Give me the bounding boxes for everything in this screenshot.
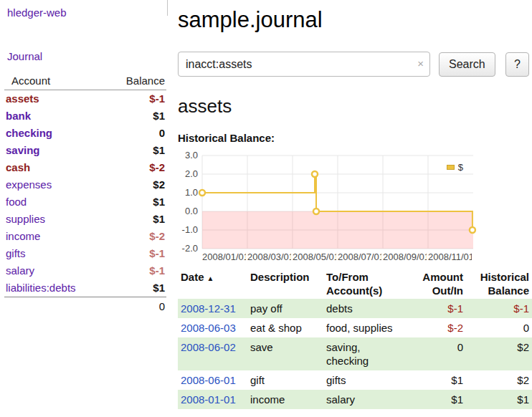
register-header-account: To/From Account(s) bbox=[323, 269, 404, 299]
x-axis-tick-label: 2008/07/01 bbox=[338, 251, 381, 262]
register-date-link[interactable]: 2008-06-03 bbox=[181, 322, 236, 334]
search-input[interactable] bbox=[178, 52, 430, 77]
account-row: liabilities:debts $1 bbox=[4, 279, 166, 297]
historical-balance-chart: 3.02.01.00.0-1.0-2.0 $ 2008/01/012008/03… bbox=[178, 151, 475, 264]
y-axis-tick-label: -2.0 bbox=[178, 244, 198, 254]
sidebar-item-food[interactable]: food bbox=[6, 196, 27, 208]
chart-plot-area: $ bbox=[202, 155, 473, 249]
chart-title: Historical Balance: bbox=[178, 132, 532, 144]
legend-label: $ bbox=[458, 162, 463, 173]
register-account: salary bbox=[323, 390, 404, 409]
accounts-total-row: 0 bbox=[4, 297, 166, 317]
sidebar-item-expenses[interactable]: expenses bbox=[6, 178, 52, 191]
register-amount: $1 bbox=[404, 370, 466, 390]
account-balance: $1 bbox=[103, 142, 166, 159]
register-balance: $2 bbox=[466, 337, 532, 370]
x-axis-tick-label: 2008/01/01 bbox=[202, 251, 246, 262]
search-bar: × Search ? bbox=[178, 52, 532, 77]
account-row: checking 0 bbox=[4, 125, 166, 142]
chart-legend: $ bbox=[444, 161, 466, 173]
sidebar-item-saving[interactable]: saving bbox=[6, 144, 40, 156]
legend-swatch bbox=[447, 165, 455, 170]
account-row: expenses $2 bbox=[4, 176, 166, 193]
account-balance: $-1 bbox=[103, 90, 166, 108]
register-amount: $-1 bbox=[404, 299, 466, 318]
sidebar: hledger-web Journal Account Balance asse… bbox=[0, 0, 172, 316]
page-title: sample.journal bbox=[178, 7, 532, 33]
register-account: food, supplies bbox=[323, 318, 404, 337]
register-date-link[interactable]: 2008-12-31 bbox=[181, 302, 236, 315]
register-description: pay off bbox=[247, 299, 323, 318]
account-balance: $1 bbox=[103, 211, 166, 228]
sidebar-item-bank[interactable]: bank bbox=[6, 110, 31, 122]
y-axis-tick-label: 2.0 bbox=[178, 169, 198, 179]
account-balance: $2 bbox=[103, 176, 166, 193]
register-description: gift bbox=[247, 370, 323, 390]
sidebar-item-cash[interactable]: cash bbox=[6, 161, 30, 173]
register-header-balance: Historical Balance bbox=[466, 269, 532, 299]
sidebar-item-income[interactable]: income bbox=[6, 230, 40, 242]
register-balance: $-1 bbox=[466, 299, 532, 318]
accounts-header-account: Account bbox=[4, 72, 103, 90]
sidebar-item-journal[interactable]: Journal bbox=[7, 50, 172, 62]
account-balance: $-1 bbox=[103, 262, 166, 279]
account-balance: 0 bbox=[103, 125, 166, 142]
register-description: save bbox=[247, 337, 323, 370]
chart-y-axis: 3.02.01.00.0-1.0-2.0 bbox=[178, 155, 198, 249]
register-amount: $1 bbox=[404, 390, 466, 409]
account-balance: $-2 bbox=[103, 159, 166, 176]
search-button[interactable]: Search bbox=[439, 52, 495, 77]
register-balance: $2 bbox=[466, 370, 532, 390]
register-row: 2008-06-03 eat & shop food, supplies $-2… bbox=[178, 318, 532, 337]
account-heading: assets bbox=[178, 95, 532, 118]
chart-x-axis: 2008/01/012008/03/012008/05/012008/07/01… bbox=[202, 251, 473, 263]
sidebar-item-assets[interactable]: assets bbox=[6, 92, 39, 105]
account-row: assets $-1 bbox=[4, 90, 166, 108]
register-description: income bbox=[247, 390, 323, 409]
register-row: 2008-06-01 gift gifts $1 $2 bbox=[178, 370, 532, 390]
register-amount: 0 bbox=[404, 337, 466, 370]
account-row: bank $1 bbox=[4, 107, 166, 125]
help-button[interactable]: ? bbox=[505, 52, 529, 77]
register-date-link[interactable]: 2008-06-02 bbox=[181, 341, 236, 353]
account-row: gifts $-1 bbox=[4, 245, 166, 262]
app-brand-link[interactable]: hledger-web bbox=[7, 6, 172, 19]
account-balance: $-2 bbox=[103, 228, 166, 245]
account-row: income $-2 bbox=[4, 228, 166, 245]
y-axis-tick-label: 1.0 bbox=[178, 188, 198, 198]
register-account: gifts bbox=[323, 370, 404, 390]
clear-search-icon[interactable]: × bbox=[417, 58, 424, 70]
register-row: 2008-06-02 save saving, checking 0 $2 bbox=[178, 337, 532, 370]
account-row: salary $-1 bbox=[4, 262, 166, 279]
register-account: saving, checking bbox=[323, 337, 404, 370]
x-axis-tick-label: 2008/05/01 bbox=[293, 251, 336, 262]
y-axis-tick-label: -1.0 bbox=[178, 225, 198, 235]
register-header-description: Description bbox=[247, 269, 323, 299]
register-account: debts bbox=[323, 299, 404, 318]
register-date-link[interactable]: 2008-01-01 bbox=[181, 393, 236, 406]
main-content: sample.journal × Search ? assets Histori… bbox=[178, 0, 532, 409]
register-amount: $-2 bbox=[404, 318, 466, 337]
sidebar-item-gifts[interactable]: gifts bbox=[6, 247, 26, 259]
accounts-total: 0 bbox=[103, 297, 166, 317]
accounts-header-balance: Balance bbox=[103, 72, 166, 90]
sidebar-item-checking[interactable]: checking bbox=[6, 127, 52, 139]
sidebar-item-supplies[interactable]: supplies bbox=[6, 213, 45, 225]
sidebar-item-salary[interactable]: salary bbox=[6, 264, 34, 277]
register-header-date-label: Date bbox=[181, 271, 204, 283]
register-row: 2008-01-01 income salary $1 $1 bbox=[178, 390, 532, 409]
x-axis-tick-label: 2008/11/01 bbox=[428, 251, 472, 262]
account-row: cash $-2 bbox=[4, 159, 166, 176]
account-balance: $1 bbox=[103, 279, 166, 297]
register-balance: $1 bbox=[466, 390, 532, 409]
register-header-date[interactable]: Date▲ bbox=[178, 269, 247, 299]
account-balance: $1 bbox=[103, 193, 166, 211]
register-balance: 0 bbox=[466, 318, 532, 337]
y-axis-tick-label: 0.0 bbox=[178, 206, 198, 216]
register-header-amount: Amount Out/In bbox=[404, 269, 466, 299]
account-row: supplies $1 bbox=[4, 211, 166, 228]
register-date-link[interactable]: 2008-06-01 bbox=[181, 374, 236, 386]
accounts-table: Account Balance assets $-1 bank $1 check… bbox=[4, 72, 166, 316]
account-balance: $1 bbox=[103, 107, 166, 125]
sidebar-item-liabilities-debts[interactable]: liabilities:debts bbox=[6, 282, 76, 294]
